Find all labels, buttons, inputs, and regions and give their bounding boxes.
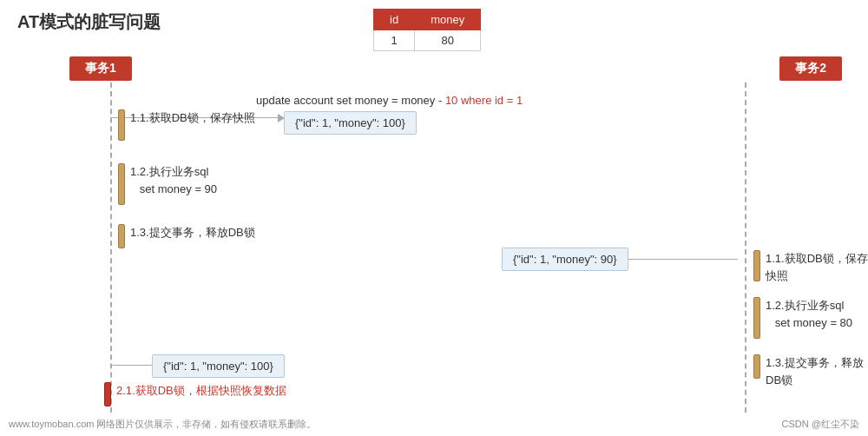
tx2-step1: 1.1.获取DB锁，保存快照	[753, 250, 868, 284]
footer-right: CSDN @红尘不染	[782, 418, 859, 431]
tx1-step21-bar	[104, 382, 111, 406]
sql-part2: 10 where id = 1	[445, 94, 523, 107]
footer: www.toymoban.com 网络图片仅供展示，非存储，如有侵权请联系删除。…	[0, 418, 868, 431]
snapshot1-box: {"id": 1, "money": 100}	[284, 111, 417, 135]
footer-left: www.toymoban.com 网络图片仅供展示，非存储，如有侵权请联系删除。	[9, 418, 316, 431]
tx2-step3: 1.3.提交事务，释放DB锁	[753, 354, 868, 388]
sql-update-text: update account set money = money - 10 wh…	[256, 94, 523, 107]
tx2-step2-bar	[753, 297, 760, 339]
sql-part1: update account set money = money -	[256, 94, 445, 107]
tx1-step3-bar	[118, 224, 125, 248]
tx1-step21-text: 2.1.获取DB锁，根据快照恢复数据	[116, 382, 286, 400]
tx1-step3-text: 1.3.提交事务，释放DB锁	[130, 224, 255, 241]
cell-money: 80	[415, 30, 481, 51]
cell-id: 1	[374, 30, 415, 51]
tx2-step1-bar	[753, 250, 760, 281]
tx2-step2: 1.2.执行业务sql set money = 80	[753, 297, 852, 339]
col-money: money	[415, 10, 481, 30]
tx2-step1-text: 1.1.获取DB锁，保存快照	[766, 250, 868, 284]
tx2-step3-bar	[753, 354, 760, 379]
snapshot3-box: {"id": 1, "money": 100}	[152, 354, 285, 378]
db-table: id money 1 80	[373, 9, 481, 51]
tx1-step2: 1.2.执行业务sql set money = 90	[118, 163, 217, 205]
tx1-step1-text: 1.1.获取DB锁，保存快照	[130, 109, 255, 127]
snapshot2-box: {"id": 1, "money": 90}	[502, 248, 628, 271]
tx2-step2-text: 1.2.执行业务sql set money = 80	[766, 297, 852, 331]
tx2-vline	[745, 83, 746, 413]
tx1-label: 事务1	[69, 56, 132, 81]
tx1-step21: 2.1.获取DB锁，根据快照恢复数据	[104, 382, 286, 406]
tx1-step2-bar	[118, 163, 125, 205]
tx1-step3: 1.3.提交事务，释放DB锁	[118, 224, 255, 248]
tx1-vline	[110, 83, 112, 413]
tx2-step3-text: 1.3.提交事务，释放DB锁	[766, 354, 868, 388]
page-title: AT模式的脏写问题	[17, 10, 161, 34]
tx1-step1: 1.1.获取DB锁，保存快照	[118, 109, 255, 141]
tx2-label: 事务2	[779, 56, 842, 81]
tx1-step1-bar	[118, 109, 125, 141]
tx1-step2-text: 1.2.执行业务sql set money = 90	[130, 163, 217, 197]
col-id: id	[374, 10, 415, 30]
